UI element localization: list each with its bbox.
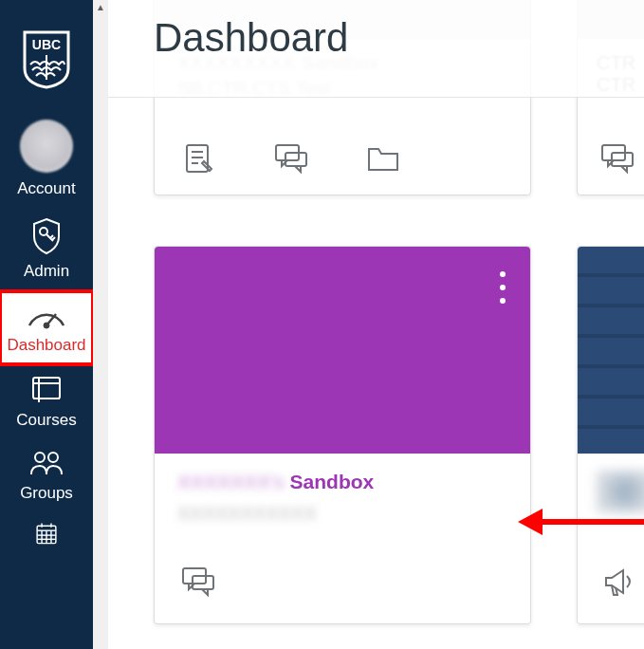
assignments-icon[interactable] <box>181 140 217 180</box>
page-title: Dashboard <box>154 15 348 61</box>
nav-label-courses: Courses <box>16 410 76 430</box>
more-options-icon[interactable] <box>500 271 506 304</box>
nav-label-account: Account <box>17 178 75 198</box>
nav-item-account[interactable]: Account <box>0 110 93 208</box>
svg-marker-31 <box>518 509 543 535</box>
course-card-2[interactable]: XXXXXXX's Sandbox XXXXXXXXXXX <box>154 246 531 624</box>
nav-label-dashboard: Dashboard <box>7 335 85 355</box>
nav-item-admin[interactable]: Admin <box>0 208 93 290</box>
global-nav-sidebar: UBC Account Admin Dashboard <box>0 0 93 649</box>
course-card-peek-2-image <box>578 247 644 454</box>
svg-text:UBC: UBC <box>32 37 61 52</box>
svg-rect-5 <box>33 378 60 399</box>
discussions-icon[interactable] <box>598 141 636 179</box>
nav-item-calendar[interactable] <box>0 512 93 545</box>
announcements-icon[interactable] <box>598 565 636 603</box>
discussions-icon[interactable] <box>179 565 217 603</box>
page-header: Dashboard <box>108 0 644 98</box>
course-card-2-image <box>155 247 530 454</box>
main-content: XXXXXXXXX Sandbox SB.CTR.CTS.Test CTR CT… <box>108 0 644 649</box>
book-icon <box>29 374 64 404</box>
nav-item-groups[interactable]: Groups <box>0 439 93 512</box>
avatar <box>20 120 73 173</box>
scrollbar-arrow-up-icon[interactable]: ▲ <box>93 0 108 13</box>
calendar-icon <box>29 522 64 545</box>
annotation-arrow <box>516 503 644 545</box>
ubc-logo[interactable]: UBC <box>23 4 70 110</box>
files-icon[interactable] <box>365 143 401 177</box>
svg-point-10 <box>48 453 58 462</box>
nav-label-admin: Admin <box>24 261 69 281</box>
gauge-icon <box>26 301 67 329</box>
scrollbar[interactable]: ▲ <box>93 0 108 649</box>
nav-item-courses[interactable]: Courses <box>0 364 93 439</box>
shield-key-icon <box>30 217 63 255</box>
course-card-peek-2[interactable] <box>577 246 644 624</box>
nav-label-groups: Groups <box>20 483 73 503</box>
svg-point-2 <box>40 228 47 235</box>
discussions-icon[interactable] <box>272 141 310 179</box>
svg-point-9 <box>35 453 45 462</box>
nav-item-dashboard[interactable]: Dashboard <box>0 291 93 364</box>
course-card-2-subtitle: XXXXXXXXXXX <box>177 503 507 525</box>
course-card-2-title[interactable]: XXXXXXX's Sandbox <box>177 471 507 493</box>
people-icon <box>28 449 65 477</box>
